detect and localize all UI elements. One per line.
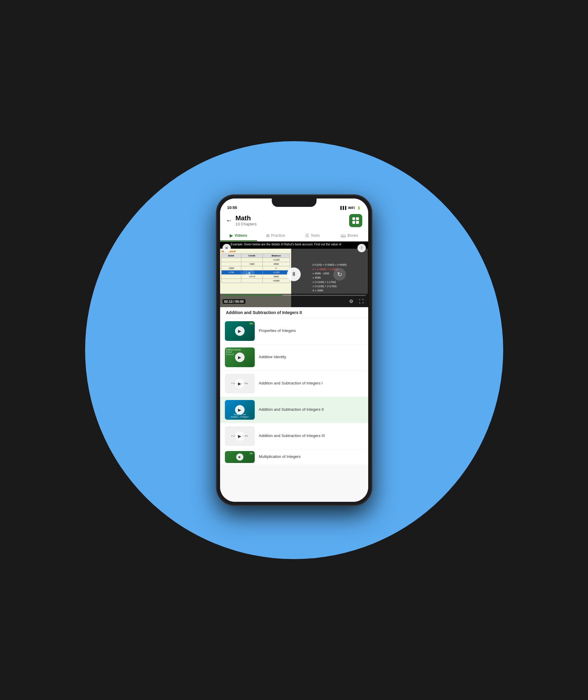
video-item-title: Multiplication of Integers (259, 454, 301, 459)
practice-tab-icon: ⊞ (266, 233, 270, 238)
video-close-button[interactable]: ✕ (222, 244, 231, 252)
video-thumbnail: ▶ Additive Identity5+0=517+0=17 (225, 347, 255, 367)
video-thumbnail: ▶ Today...ill seeAddition...f Integers (225, 400, 255, 420)
tab-books[interactable]: 📖 Books (331, 230, 368, 241)
table-row: +1225 (221, 258, 290, 262)
video-fullscreen-button[interactable]: ⛶ (357, 297, 366, 306)
tabs-bar: ▶ Videos ⊞ Practice ☰ Tests 📖 Books (220, 230, 368, 241)
phone-notch (272, 199, 317, 207)
video-time-row: 02:13 / 05:00 ⚙ ⛶ (222, 297, 366, 306)
list-item[interactable]: ▶ Additive Identity5+0=517+0=17 Additive… (220, 344, 368, 370)
play-button[interactable]: ▶ (235, 405, 244, 415)
play-button[interactable]: ▶ (236, 453, 243, 461)
example-text: Example: Given below are the details of … (231, 243, 341, 246)
table-row: +360 4585 (221, 262, 290, 266)
share-icon: ⤴ (361, 246, 363, 250)
battery-icon: 🔋 (357, 206, 361, 210)
video-thumbnail: ▶ HD (225, 451, 255, 463)
pause-button[interactable]: ⏸ (287, 267, 301, 281)
video-example-bar: Example: Given below are the details of … (220, 241, 368, 247)
col-balance: Balance (262, 253, 290, 258)
header: ← Math 13 Chapters (220, 212, 368, 230)
page-title: Math (235, 215, 257, 222)
video-controls-overlay: ↺ ⏸ ↻ (220, 267, 368, 281)
video-thumbnail: ▶ TtC G...ARN (225, 426, 255, 446)
math-line: (+1225) + (+3360) = (+4585) (313, 263, 347, 267)
video-item-title: Additive Identity (259, 355, 286, 360)
current-video-title: Addition and Subtraction of Integers II (220, 307, 368, 318)
header-left: ← Math 13 Chapters (226, 215, 257, 226)
col-debit: Debit (221, 253, 241, 258)
tab-practice-label: Practice (271, 233, 285, 238)
play-button[interactable]: ▶ (235, 326, 244, 336)
play-button[interactable]: ▶ (235, 431, 244, 441)
video-bottom-controls: 02:13 / 05:00 ⚙ ⛶ (220, 294, 368, 307)
bank-title: nk Account (221, 250, 290, 253)
header-title-group: Math 13 Chapters (235, 215, 257, 226)
grid-icon (353, 217, 359, 224)
phone-frame: 10:55 ▐▐▐ WiFi 🔋 ← Math 13 Chapters (216, 195, 372, 505)
tab-practice[interactable]: ⊞ Practice (257, 230, 294, 241)
thumb-badge: HD (249, 452, 253, 455)
thumb-badge: HD (249, 322, 253, 325)
video-item-title: Addition and Subtraction of Integers II (259, 407, 324, 412)
video-bottom-buttons: ⚙ ⛶ (347, 297, 366, 306)
play-button[interactable]: ▶ (235, 353, 244, 362)
signal-icon: ▐▐▐ (339, 206, 346, 210)
video-player[interactable]: Example: Given below are the details of … (220, 241, 368, 307)
video-list: ▶ HD Properties of Integers ▶ Additive I… (220, 318, 368, 502)
video-timestamp: 02:13 / 05:00 (222, 299, 245, 304)
tab-tests[interactable]: ☰ Tests (294, 230, 331, 241)
list-item-partial[interactable]: ▶ HD Multiplication of Integers (220, 450, 368, 464)
phone-screen: 10:55 ▐▐▐ WiFi 🔋 ← Math 13 Chapters (220, 199, 368, 502)
tests-tab-icon: ☰ (305, 233, 309, 238)
video-thumbnail: ▶ TtC G...ARN (225, 374, 255, 393)
back-button[interactable]: ← (226, 217, 232, 224)
video-item-title: Addition and Subtraction of Integers III (259, 433, 325, 439)
rewind-button[interactable]: ↺ (242, 268, 255, 281)
video-settings-button[interactable]: ⚙ (347, 297, 356, 306)
books-tab-icon: 📖 (341, 233, 346, 238)
list-item[interactable]: ▶ TtC G...ARN Addition and Subtraction o… (220, 423, 368, 449)
page-subtitle: 13 Chapters (235, 222, 257, 226)
progress-bar-track[interactable] (222, 295, 366, 296)
math-line: = (+1335) + (+1750) (313, 284, 347, 288)
tab-books-label: Books (347, 233, 358, 238)
list-item[interactable]: ▶ HD Properties of Integers (220, 318, 368, 344)
forward-button[interactable]: ↻ (333, 268, 346, 281)
math-line: A = 3085 (313, 288, 347, 293)
play-button[interactable]: ▶ (235, 379, 244, 388)
status-icons: ▐▐▐ WiFi 🔋 (339, 206, 361, 210)
video-item-title: Properties of Integers (259, 328, 296, 333)
video-share-button[interactable]: ⤴ (358, 244, 366, 252)
list-item-active[interactable]: ▶ Today...ill seeAddition...f Integers A… (220, 397, 368, 423)
status-time: 10:55 (227, 205, 237, 210)
tab-videos[interactable]: ▶ Videos (220, 230, 257, 241)
wifi-icon: WiFi (348, 206, 355, 210)
close-icon: ✕ (225, 246, 228, 250)
phone-wrapper: 10:55 ▐▐▐ WiFi 🔋 ← Math 13 Chapters (216, 195, 372, 505)
tab-tests-label: Tests (311, 233, 320, 238)
video-thumbnail: ▶ HD (225, 321, 255, 341)
list-item[interactable]: ▶ TtC G...ARN Addition and Subtraction o… (220, 371, 368, 396)
grid-view-button[interactable] (349, 214, 362, 227)
tab-videos-label: Videos (234, 233, 247, 238)
video-item-title: Addition and Subtraction of Integers I (259, 381, 323, 386)
progress-bar-fill (222, 295, 283, 296)
videos-tab-icon: ▶ (230, 233, 233, 238)
col-credit: Credit (241, 253, 262, 258)
